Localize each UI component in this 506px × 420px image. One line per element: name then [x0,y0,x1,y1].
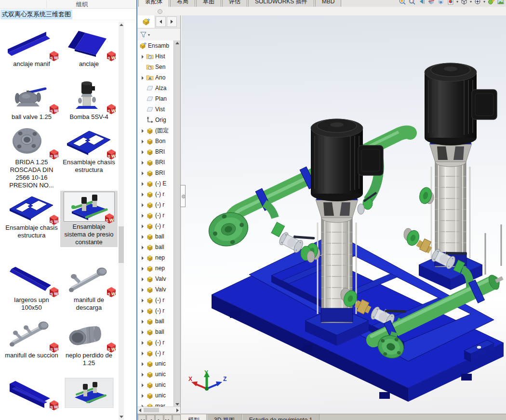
zoom-fit-icon[interactable] [399,0,406,6]
tree-item[interactable]: (-) E [137,178,174,189]
tree-item[interactable]: unic [137,390,174,401]
edit-appearance-icon[interactable] [487,0,495,6]
expand-arrow-icon[interactable] [142,190,146,198]
tree-item[interactable]: Valv [137,274,174,284]
tree-item[interactable]: BRI [137,146,174,157]
tab-addins[interactable]: SOLIDWORKS 插件 [248,0,314,7]
appearance-icon[interactable] [447,0,454,6]
tree-item[interactable]: (-) r [137,221,174,231]
zoom-area-icon[interactable] [408,0,416,6]
explorer-item-neplo[interactable]: SW neplo perdido de 1.25 [60,318,118,368]
expand-arrow-icon[interactable] [142,264,146,273]
tab-scroll-left-button[interactable] [156,16,166,27]
tree-item[interactable]: BRI [137,168,174,178]
tree-item[interactable]: Ensamb [137,40,174,51]
view-orientation-icon[interactable] [474,0,481,6]
expand-arrow-icon[interactable] [142,137,146,145]
section-view-icon[interactable] [427,0,435,6]
tree-item[interactable]: unic [137,358,174,369]
viewport-canvas[interactable]: X Y Z [182,15,506,414]
display-style-icon[interactable] [460,0,468,6]
tab-evaluate[interactable]: 评估 [222,0,247,7]
dropdown-caret-icon[interactable]: ▾ [456,0,458,4]
tree-item[interactable]: Sen [137,62,174,72]
tree-item[interactable]: Alza [137,83,174,93]
explorer-item-bomba[interactable]: SW Bomba 5SV-4 [60,80,118,122]
explorer-item-ball-valve[interactable]: SW ball valve 1.25 [3,80,60,122]
expand-arrow-icon[interactable] [142,126,146,135]
expand-arrow-icon[interactable] [142,306,146,315]
explorer-item-largeros[interactable]: SW largeros upn 100x50 [3,263,60,313]
expand-arrow-icon[interactable] [142,158,146,167]
tree-item[interactable]: unic [137,369,174,380]
apply-scene-icon[interactable] [497,0,505,6]
scroll-right-icon[interactable] [176,408,179,412]
expand-arrow-icon[interactable] [142,179,146,188]
tab-layout[interactable]: 布局 [170,0,195,7]
explorer-item-manifull-succion[interactable]: SW manifull de succion [3,318,60,368]
explorer-item-chasis-2[interactable]: SW Ensamblaje chasis estructura [3,191,60,247]
explorer-item-skid-render[interactable] [60,376,118,410]
tab-assembly[interactable]: 装配体 [138,0,169,7]
annotation-view-icon[interactable]: A [437,0,445,6]
dropdown-caret-icon[interactable]: ▾ [483,0,485,4]
dropdown-caret-icon[interactable]: ▾ [470,0,472,4]
collapse-pin-icon[interactable] [158,9,162,14]
tree-item[interactable]: (-) r [137,199,174,210]
tree-item[interactable]: (-) r [137,210,174,221]
motion-nav-first-button[interactable]: ◀◀ [138,415,146,420]
expand-arrow-icon[interactable] [142,275,146,283]
tree-item[interactable]: nep [137,252,174,263]
featuremanager-tab[interactable] [137,15,155,28]
tree-item[interactable]: ball [137,231,174,242]
expand-arrow-icon[interactable] [142,381,146,389]
tree-item[interactable]: nep [137,263,174,274]
scroll-left-icon[interactable] [139,408,141,412]
tree-item[interactable]: BRI [137,157,174,168]
tree-item[interactable]: ball [137,327,174,337]
tree-item[interactable]: ball [137,242,174,252]
explorer-item-brida[interactable]: SW BRIDA 1.25 ROSCADA DIN 2566 10-16 PRE… [3,125,60,190]
expand-arrow-icon[interactable] [142,253,146,262]
previous-view-icon[interactable] [418,0,426,6]
explorer-item-chasis-1[interactable]: SW Ensamblaje chasis estructura [60,125,118,190]
expand-arrow-icon[interactable] [142,328,146,336]
expand-arrow-icon[interactable] [142,391,146,400]
explorer-item-manifull-descarga[interactable]: SW manifull de descarga [60,263,118,313]
expand-arrow-icon[interactable] [142,359,146,368]
tab-scroll-right-button[interactable] [167,16,177,27]
scroll-up-icon[interactable] [175,42,179,44]
tree-item[interactable]: ball [137,316,174,327]
panel-splitter-handle[interactable] [180,185,186,207]
tree-item[interactable]: Valv [137,284,174,295]
tree-item[interactable]: Vist [137,104,174,115]
expand-arrow-icon[interactable] [142,52,146,61]
expand-arrow-icon[interactable] [142,232,146,241]
expand-arrow-icon[interactable] [142,73,146,82]
expand-arrow-icon[interactable] [142,211,146,220]
tree-item[interactable]: (固定 [137,125,174,136]
explorer-item-sistema-presion-selected[interactable]: SW Ensamblaje sistema de presio constant… [60,191,118,247]
expand-arrow-icon[interactable] [142,338,146,347]
tree-item[interactable]: (-) r [137,189,174,199]
scrollbar-thumb[interactable] [144,408,159,412]
expand-arrow-icon[interactable] [142,200,146,209]
motion-nav-last-button[interactable]: ▶▶ [164,415,172,420]
tree-item[interactable]: (-) r [137,348,174,358]
tab-sketch[interactable]: 草图 [196,0,221,7]
expand-arrow-icon[interactable] [142,349,146,357]
tree-scrollbar[interactable] [173,40,180,407]
motion-nav-next-button[interactable]: ▶ [155,415,163,420]
tree-item[interactable]: (-) r [137,337,174,348]
explorer-scrollbar[interactable] [119,22,124,420]
expand-arrow-icon[interactable] [142,370,146,379]
tree-item[interactable]: Hist [137,51,174,62]
tree-item[interactable]: (-) r [137,295,174,305]
tab-mbd[interactable]: MBD [315,0,342,7]
tree-item[interactable]: AAno [137,72,174,83]
expand-arrow-icon[interactable] [142,296,146,304]
scrollbar-thumb[interactable] [119,226,124,263]
scroll-down-icon[interactable] [175,403,179,406]
tree-item[interactable]: unic [137,380,174,390]
motion-nav-list-button[interactable]: ≡ [173,415,181,420]
